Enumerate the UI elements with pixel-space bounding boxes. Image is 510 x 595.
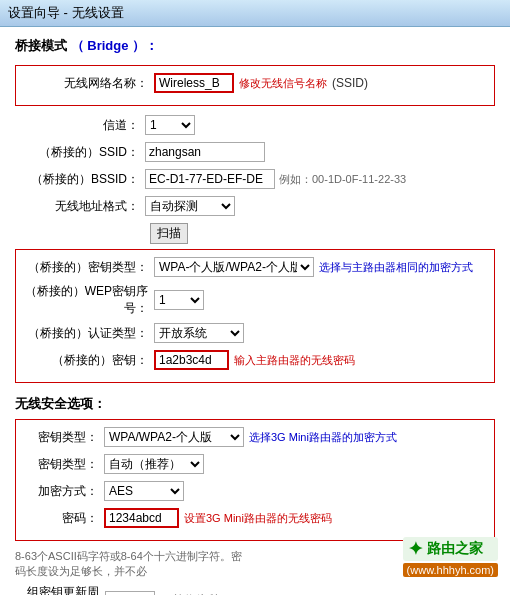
title-text: 设置向导 - 无线设置 [8, 5, 124, 20]
wep-key-row: （桥接的）WEP密钥序号： 1 [24, 283, 486, 317]
mac-format-row: 无线地址格式： 自动探测 [15, 195, 495, 217]
channel-select[interactable]: 1 2 3 4 5 6 [145, 115, 195, 135]
mode-label: 桥接模式 [15, 38, 67, 53]
bridge-label: （ Bridge ）： [71, 38, 158, 53]
group-key-row: 组密钥更新周期： （单位为秒， [15, 584, 495, 595]
wireless-name-input[interactable] [154, 73, 234, 93]
bssid-note: 例如：00-1D-0F-11-22-33 [279, 172, 406, 187]
security-section-title: 无线安全选项： [15, 395, 495, 413]
hint-line2: 码长度设为足够长，并不必 [15, 565, 147, 577]
key-type-select2[interactable]: 自动（推荐） WPA WPA2 [104, 454, 204, 474]
scan-row: 扫描 [15, 222, 495, 244]
wep-key-select[interactable]: 1 [154, 290, 204, 310]
wireless-name-row: 无线网络名称： 修改无线信号名称 (SSID) [24, 72, 486, 94]
hint-line1: 8-63个ASCII码字符或8-64个十六进制字符。密 [15, 550, 242, 562]
security-password-label: 密码： [24, 510, 104, 527]
wireless-name-section: 无线网络名称： 修改无线信号名称 (SSID) [15, 65, 495, 106]
encrypt-type-label: （桥接的）密钥类型： [24, 259, 154, 276]
bridged-password-input[interactable] [154, 350, 229, 370]
bridged-ssid-row: （桥接的）SSID： [15, 141, 495, 163]
wireless-name-note: 修改无线信号名称 [239, 76, 327, 91]
security-password-input[interactable] [104, 508, 179, 528]
group-key-input[interactable] [105, 591, 155, 595]
ssid-label: (SSID) [332, 76, 368, 90]
bridged-ssid-label: （桥接的）SSID： [15, 144, 145, 161]
key-type-row1: 密钥类型： WPA/WPA2-个人版 WEP 无 选择3G Mini路由器的加密… [24, 426, 486, 448]
watermark-container: ✦ 路由之家 (www.hhhyh.com) [403, 537, 498, 577]
security-title-text: 无线安全选项： [15, 396, 106, 411]
auth-type-label: （桥接的）认证类型： [24, 325, 154, 342]
auth-type-row: （桥接的）认证类型： 开放系统 共享密钥 [24, 322, 486, 344]
bridged-bssid-input[interactable] [145, 169, 275, 189]
encrypt-method-label: 加密方式： [24, 483, 104, 500]
key-type-select1[interactable]: WPA/WPA2-个人版 WEP 无 [104, 427, 244, 447]
bridged-ssid-input[interactable] [145, 142, 265, 162]
mac-format-select[interactable]: 自动探测 [145, 196, 235, 216]
bridged-password-row: （桥接的）密钥： 输入主路由器的无线密码 [24, 349, 486, 371]
bridged-password-note: 输入主路由器的无线密码 [234, 353, 355, 368]
key-type-label2: 密钥类型： [24, 456, 104, 473]
title-bar: 设置向导 - 无线设置 [0, 0, 510, 27]
mac-format-label: 无线地址格式： [15, 198, 145, 215]
encrypt-type-select[interactable]: WPA-个人版/WPA2-个人版 WEP 无 [154, 257, 314, 277]
bridged-password-label: （桥接的）密钥： [24, 352, 154, 369]
watermark-top-bar: ✦ 路由之家 [403, 537, 498, 561]
key-type-row2: 密钥类型： 自动（推荐） WPA WPA2 [24, 453, 486, 475]
security-section: 密钥类型： WPA/WPA2-个人版 WEP 无 选择3G Mini路由器的加密… [15, 419, 495, 541]
encrypt-type-note: 选择与主路由器相同的加密方式 [319, 260, 473, 275]
security-password-note: 设置3G Mini路由器的无线密码 [184, 511, 332, 526]
watermark-url: (www.hhhyh.com) [403, 563, 498, 577]
wireless-name-label: 无线网络名称： [24, 75, 154, 92]
key-type-note1: 选择3G Mini路由器的加密方式 [249, 430, 397, 445]
watermark-top-text: 路由之家 [427, 540, 483, 558]
channel-row: 信道： 1 2 3 4 5 6 [15, 114, 495, 136]
bridged-bssid-row: （桥接的）BSSID： 例如：00-1D-0F-11-22-33 [15, 168, 495, 190]
channel-label: 信道： [15, 117, 145, 134]
security-password-row: 密码： 设置3G Mini路由器的无线密码 [24, 507, 486, 529]
bridged-bssid-label: （桥接的）BSSID： [15, 171, 145, 188]
main-content: 桥接模式 （ Bridge ）： 无线网络名称： 修改无线信号名称 (SSID)… [0, 27, 510, 595]
key-type-label1: 密钥类型： [24, 429, 104, 446]
encrypt-method-select[interactable]: AES TKIP [104, 481, 184, 501]
auth-type-select[interactable]: 开放系统 共享密钥 [154, 323, 244, 343]
wep-key-label: （桥接的）WEP密钥序号： [24, 283, 154, 317]
watermark-arrow: ✦ [408, 538, 423, 560]
encrypt-type-row: （桥接的）密钥类型： WPA-个人版/WPA2-个人版 WEP 无 选择与主路由… [24, 256, 486, 278]
group-key-label: 组密钥更新周期： [15, 584, 105, 595]
encrypt-section: （桥接的）密钥类型： WPA-个人版/WPA2-个人版 WEP 无 选择与主路由… [15, 249, 495, 383]
encrypt-method-row: 加密方式： AES TKIP [24, 480, 486, 502]
section-title: 桥接模式 （ Bridge ）： [15, 37, 495, 55]
scan-button[interactable]: 扫描 [150, 223, 188, 244]
